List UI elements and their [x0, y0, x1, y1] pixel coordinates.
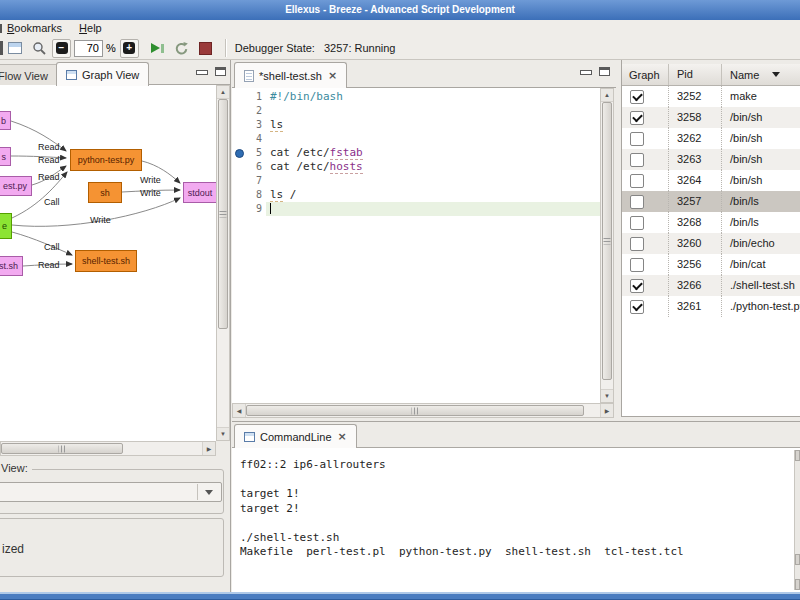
editor-line[interactable]: 4: [232, 132, 600, 146]
table-row[interactable]: 3256/bin/cat: [622, 254, 800, 275]
scroll-up-icon[interactable]: [795, 450, 800, 461]
zoom-tool-button[interactable]: [28, 37, 50, 59]
graph-checkbox[interactable]: [630, 237, 644, 251]
tab-graph-view[interactable]: Graph View: [56, 62, 149, 86]
column-header-pid[interactable]: Pid: [668, 64, 721, 85]
zoom-in-button[interactable]: +: [120, 39, 139, 58]
graph-node[interactable]: b: [0, 111, 11, 130]
graph-node[interactable]: s: [0, 147, 11, 166]
scroll-left-icon[interactable]: ◀: [233, 404, 246, 417]
editor-line[interactable]: 1#!/bin/bash: [232, 90, 600, 104]
breakpoint-icon[interactable]: [235, 149, 244, 158]
graph-node[interactable]: est.py: [0, 176, 32, 196]
maximize-icon[interactable]: [599, 67, 610, 76]
graph-checkbox[interactable]: [630, 195, 644, 209]
code-text[interactable]: ls /: [266, 188, 297, 202]
table-row[interactable]: 3262/bin/sh: [622, 128, 800, 149]
scrollbar-thumb[interactable]: [1, 443, 123, 454]
scroll-down-icon[interactable]: ▼: [217, 427, 229, 440]
table-row[interactable]: 3261./python-test.py: [622, 296, 800, 317]
graph-checkbox[interactable]: [630, 300, 644, 314]
graph-horizontal-scrollbar[interactable]: ▶: [0, 441, 216, 456]
close-icon[interactable]: ×: [328, 69, 337, 82]
zoom-level-input[interactable]: [74, 40, 103, 57]
code-text[interactable]: cat /etc/hosts: [266, 160, 363, 174]
view-combobox[interactable]: [0, 482, 222, 502]
graph-checkbox[interactable]: [630, 111, 644, 125]
maximize-icon[interactable]: [215, 67, 226, 76]
graph-node[interactable]: st.sh: [0, 256, 23, 276]
scroll-up-icon[interactable]: ▲: [601, 89, 613, 102]
scroll-right-icon[interactable]: ▶: [202, 442, 215, 455]
menu-item-clipped[interactable]: [0, 24, 2, 33]
graph-node[interactable]: e: [0, 213, 12, 239]
table-row[interactable]: 3266./shell-test.sh: [622, 275, 800, 296]
code-text[interactable]: [266, 104, 270, 118]
console-vertical-scrollbar[interactable]: [794, 450, 800, 590]
resume-button[interactable]: [147, 37, 169, 59]
table-row[interactable]: 3260/bin/echo: [622, 233, 800, 254]
close-icon[interactable]: ×: [338, 430, 347, 443]
graph-checkbox[interactable]: [630, 90, 644, 104]
editor-line[interactable]: 5cat /etc/fstab: [232, 146, 600, 160]
graph-checkbox[interactable]: [630, 216, 644, 230]
console-output[interactable]: ff02::2 ip6-allrouters target 1!target 2…: [232, 448, 800, 592]
breakpoint-column[interactable]: [232, 104, 245, 118]
code-text[interactable]: [266, 132, 270, 146]
editor-line[interactable]: 2: [232, 104, 600, 118]
graph-view-canvas[interactable]: bspython-test.pyest.pyshstdouteshell-tes…: [0, 85, 216, 441]
graph-node[interactable]: stdout: [183, 182, 216, 203]
scrollbar-thumb[interactable]: [602, 102, 612, 380]
editor-line[interactable]: 3ls: [232, 118, 600, 132]
graph-checkbox[interactable]: [630, 153, 644, 167]
editor-line[interactable]: 9: [232, 202, 600, 216]
menu-item-bookmarks[interactable]: Bookmarks: [0, 20, 69, 37]
graph-checkbox[interactable]: [630, 132, 644, 146]
new-window-button[interactable]: [4, 37, 26, 59]
toolbar-clipped-button[interactable]: [0, 41, 3, 55]
code-text[interactable]: ls: [266, 118, 283, 132]
graph-vertical-scrollbar[interactable]: ▲ ▼: [216, 85, 230, 441]
scroll-right-icon[interactable]: ▶: [600, 404, 613, 417]
scrollbar-thumb[interactable]: [218, 99, 228, 329]
scroll-down-icon[interactable]: ▼: [601, 389, 613, 402]
editor-vertical-scrollbar[interactable]: ▲ ▼: [600, 88, 614, 403]
breakpoint-column[interactable]: [232, 118, 245, 132]
code-text[interactable]: [266, 202, 271, 216]
refresh-button[interactable]: [171, 37, 193, 59]
combobox-arrow-button[interactable]: [197, 484, 220, 500]
breakpoint-column[interactable]: [232, 174, 245, 188]
table-row[interactable]: 3264/bin/sh: [622, 170, 800, 191]
editor-line[interactable]: 6cat /etc/hosts: [232, 160, 600, 174]
scrollbar-thumb[interactable]: [795, 554, 800, 565]
menu-item-help[interactable]: Help: [72, 20, 109, 37]
table-row[interactable]: 3263/bin/sh: [622, 149, 800, 170]
breakpoint-column[interactable]: [232, 146, 245, 160]
breakpoint-column[interactable]: [232, 132, 245, 146]
stop-button[interactable]: [195, 37, 217, 59]
table-row[interactable]: 3268/bin/ls: [622, 212, 800, 233]
scroll-up-icon[interactable]: ▲: [217, 86, 229, 99]
graph-node[interactable]: shell-test.sh: [75, 250, 137, 272]
breakpoint-column[interactable]: [232, 188, 245, 202]
code-text[interactable]: [266, 174, 270, 188]
editor-line[interactable]: 8ls /: [232, 188, 600, 202]
minimize-icon[interactable]: [580, 70, 592, 75]
graph-checkbox[interactable]: [630, 174, 644, 188]
graph-node[interactable]: python-test.py: [70, 149, 142, 171]
code-text[interactable]: #!/bin/bash: [266, 90, 343, 104]
tab-commandline[interactable]: CommandLine ×: [234, 424, 357, 448]
editor-content[interactable]: 1#!/bin/bash23ls45cat /etc/fstab6cat /et…: [232, 88, 600, 403]
graph-node[interactable]: sh: [88, 182, 122, 203]
tab-flow-view[interactable]: Flow View: [0, 64, 60, 87]
table-row[interactable]: 3257/bin/ls: [622, 191, 800, 212]
zoom-out-button[interactable]: −: [52, 39, 71, 58]
breakpoint-column[interactable]: [232, 202, 245, 216]
breakpoint-column[interactable]: [232, 90, 245, 104]
column-header-graph[interactable]: Graph: [622, 69, 668, 81]
scrollbar-thumb[interactable]: [246, 405, 584, 416]
minimize-icon[interactable]: [196, 70, 208, 75]
table-row[interactable]: 3252make: [622, 86, 800, 107]
editor-line[interactable]: 7: [232, 174, 600, 188]
graph-checkbox[interactable]: [630, 279, 644, 293]
